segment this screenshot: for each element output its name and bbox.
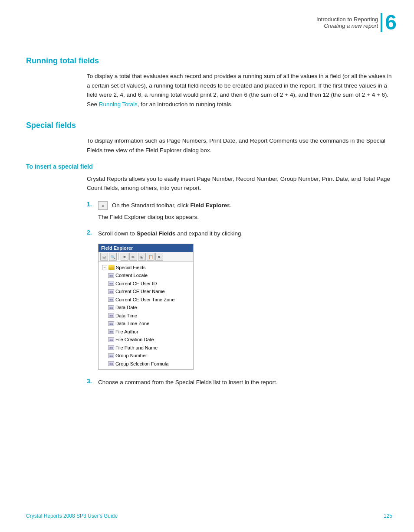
fe-row-group-number: ≡≡ Group Number — [99, 352, 193, 360]
running-total-heading: Running total fields — [26, 56, 392, 65]
fe-btn-5[interactable]: ⊞ — [138, 253, 146, 261]
section-running-total: Running total fields To display a total … — [26, 56, 392, 109]
step-2-content: Scroll down to Special Fields and expand… — [98, 229, 243, 238]
steps-list: 1. ≡ On the Standard toolbar, click Fiel… — [87, 201, 392, 387]
fe-label-group-selection: Group Selection Formula — [115, 360, 168, 368]
fe-btn-7[interactable]: ✕ — [155, 253, 163, 261]
fe-field-icon-10: ≡≡ — [108, 345, 114, 350]
fe-row-file-path: ≡≡ File Path and Name — [99, 344, 193, 352]
fe-label-data-date: Data Date — [115, 304, 137, 311]
fe-field-icon-2: ≡≡ — [108, 281, 114, 286]
special-fields-body: To display information such as Page Numb… — [87, 136, 392, 155]
chapter-number: 6 — [385, 12, 397, 33]
fe-label-special-fields: Special Fields — [116, 264, 145, 271]
fe-btn-1[interactable]: ⊟ — [100, 253, 108, 261]
field-explorer-icon: ≡ — [98, 201, 108, 210]
fe-field-icon-5: ≡≡ — [108, 305, 114, 310]
fe-tree-row-root: − Special Fields — [99, 264, 193, 272]
fe-field-icon-1: ≡≡ — [108, 273, 114, 278]
step-3-content: Choose a command from the Special Fields… — [98, 378, 277, 387]
footer-page-number: 125 — [384, 513, 392, 519]
fe-field-icon-9: ≡≡ — [108, 337, 114, 342]
fe-folder-icon — [108, 265, 115, 270]
fe-row-ce-user-name: ≡≡ Current CE User Name — [99, 287, 193, 296]
fe-btn-3[interactable]: ≡ — [121, 253, 128, 261]
special-fields-heading: Special fields — [26, 121, 392, 130]
fe-field-icon-11: ≡≡ — [108, 353, 114, 358]
running-total-body: To display a total that evaluates each r… — [87, 72, 392, 109]
fe-row-ce-timezone: ≡≡ Current CE User Time Zone — [99, 296, 193, 304]
running-total-text-after: , for an introduction to running totals. — [138, 101, 233, 108]
fe-field-icon-3: ≡≡ — [108, 289, 114, 294]
step-2: 2. Scroll down to Special Fields and exp… — [87, 229, 392, 370]
fe-label-file-author: File Author — [115, 328, 138, 336]
fe-row-data-tz: ≡≡ Data Time Zone — [99, 320, 193, 328]
step-3-num: 3. — [87, 378, 98, 385]
fe-label-content-locale: Content Locale — [115, 272, 148, 279]
insert-special-field-intro: Crystal Reports allows you to easily ins… — [87, 174, 392, 193]
running-totals-link[interactable]: Running Totals — [99, 101, 138, 108]
fe-row-ce-user-id: ≡≡ Current CE User ID — [99, 280, 193, 288]
fe-title: Field Explorer — [99, 244, 193, 252]
chapter-title: Introduction to Reporting — [316, 16, 378, 23]
fe-btn-6[interactable]: 📋 — [147, 253, 154, 261]
fe-row-data-time: ≡≡ Data Time — [99, 312, 193, 320]
fe-label-file-creation: File Creation Date — [115, 336, 154, 343]
fe-field-icon-12: ≡≡ — [108, 361, 114, 366]
fe-label-ce-user-id: Current CE User ID — [115, 280, 157, 287]
step-1-num: 1. — [87, 201, 98, 208]
fe-row-content-locale: ≡≡ Content Locale — [99, 271, 193, 280]
step-1-note: The Field Explorer dialog box appears. — [98, 212, 392, 222]
section-special-fields: Special fields To display information su… — [26, 121, 392, 387]
page-footer: Crystal Reports 2008 SP3 User's Guide 12… — [26, 513, 392, 519]
fe-row-file-author: ≡≡ File Author — [99, 328, 193, 336]
main-content: Running total fields To display a total … — [26, 56, 392, 399]
step-1: 1. ≡ On the Standard toolbar, click Fiel… — [87, 201, 392, 222]
fe-field-icon-7: ≡≡ — [108, 321, 114, 326]
fe-label-group-number: Group Number — [115, 352, 147, 359]
fe-field-icon-6: ≡≡ — [108, 313, 114, 318]
fe-row-file-creation: ≡≡ File Creation Date — [99, 336, 193, 344]
fe-row-data-date: ≡≡ Data Date — [99, 304, 193, 312]
fe-btn-2[interactable]: 🔍 — [109, 253, 117, 261]
fe-label-ce-user-name: Current CE User Name — [115, 288, 165, 295]
footer-left-text: Crystal Reports 2008 SP3 User's Guide — [26, 513, 118, 519]
page-header: Introduction to Reporting Creating a new… — [316, 12, 397, 33]
fe-row-group-selection: ≡≡ Group Selection Formula — [99, 360, 193, 368]
fe-btn-4[interactable]: ✏ — [129, 253, 137, 261]
step-3: 3. Choose a command from the Special Fie… — [87, 378, 392, 387]
step-1-content: ≡ On the Standard toolbar, click Field E… — [98, 201, 231, 210]
insert-special-field-heading: To insert a special field — [26, 163, 392, 170]
fe-expand-special-fields[interactable]: − — [102, 265, 107, 270]
fe-field-icon-4: ≡≡ — [108, 297, 114, 302]
fe-label-ce-timezone: Current CE User Time Zone — [115, 296, 174, 304]
fe-toolbar: ⊟ 🔍 ≡ ✏ ⊞ 📋 ✕ — [99, 252, 193, 262]
fe-tree: − Special Fields ≡≡ Content Locale ≡≡ Cu… — [99, 262, 193, 370]
chapter-subtitle: Creating a new report — [316, 23, 378, 29]
fe-field-icon-8: ≡≡ — [108, 329, 114, 334]
fe-label-file-path: File Path and Name — [115, 344, 158, 352]
step-2-num: 2. — [87, 229, 98, 236]
chapter-bar — [381, 13, 382, 32]
fe-label-data-tz: Data Time Zone — [115, 320, 149, 327]
fe-label-data-time: Data Time — [115, 312, 137, 320]
fe-sep-1 — [118, 253, 119, 260]
field-explorer-dialog: Field Explorer ⊟ 🔍 ≡ ✏ ⊞ 📋 ✕ — [98, 244, 194, 370]
